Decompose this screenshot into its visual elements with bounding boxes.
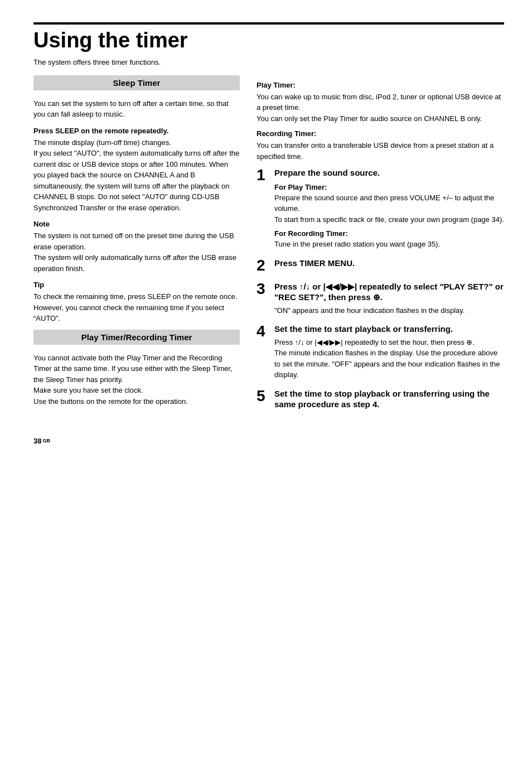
- step-1-sub2-body: Tune in the preset radio station you wan…: [274, 239, 504, 250]
- step-2: 2 Press TIMER MENU.: [257, 258, 504, 273]
- step-2-content: Press TIMER MENU.: [274, 258, 504, 271]
- sleep-timer-heading: Sleep Timer: [33, 75, 240, 90]
- play-timer-body: You can wake up to music from disc, iPod…: [257, 91, 504, 124]
- footer-locale: GB: [42, 438, 50, 443]
- step-3-body: "ON" appears and the hour indication fla…: [274, 305, 504, 316]
- recording-timer-title: Recording Timer:: [257, 129, 504, 138]
- two-column-layout: Sleep Timer You can set the system to tu…: [33, 75, 504, 420]
- sleep-timer-intro: You can set the system to turn off after…: [33, 98, 240, 120]
- sleep-timer-subsection-title: Press SLEEP on the remote repeatedly.: [33, 127, 240, 135]
- tip-body: To check the remaining time, press SLEEP…: [33, 291, 240, 324]
- step-1-content: Prepare the sound source. For Play Timer…: [274, 167, 504, 250]
- page-title: Using the timer: [33, 22, 504, 52]
- page-footer: 38GB: [33, 437, 504, 445]
- step-1-sub1-label: For Play Timer:: [274, 183, 504, 191]
- step-1-title: Prepare the sound source.: [274, 167, 504, 179]
- recording-timer-body: You can transfer onto a transferable USB…: [257, 140, 504, 162]
- step-4-number: 4: [257, 324, 270, 339]
- play-recording-timer-body: You cannot activate both the Play Timer …: [33, 353, 240, 407]
- step-3: 3 Press ↑/↓ or |◀◀/▶▶| repeatedly to sel…: [257, 281, 504, 316]
- step-1-sub1-body: Prepare the sound source and then press …: [274, 192, 504, 225]
- note-body: The system is not turned off on the pres…: [33, 230, 240, 274]
- footer-page-number: 38: [33, 437, 41, 445]
- step-5-content: Set the time to stop playback or transfe…: [274, 388, 504, 412]
- intro-text: The system offers three timer functions.: [33, 58, 504, 66]
- step-1-sub2-label: For Recording Timer:: [274, 229, 504, 238]
- step-3-title: Press ↑/↓ or |◀◀/▶▶| repeatedly to selec…: [274, 281, 504, 303]
- sleep-timer-subsection-body: The minute display (turn-off time) chang…: [33, 137, 240, 214]
- step-5-number: 5: [257, 388, 270, 404]
- play-recording-timer-heading: Play Timer/Recording Timer: [33, 330, 240, 345]
- step-4-content: Set the time to start playback or transf…: [274, 324, 504, 380]
- step-4: 4 Set the time to start playback or tran…: [257, 324, 504, 380]
- step-1-number: 1: [257, 167, 270, 183]
- note-label: Note: [33, 220, 240, 228]
- step-4-body: Press ↑/↓ or |◀◀/▶▶| repeatedly to set t…: [274, 337, 504, 380]
- tip-label: Tip: [33, 281, 240, 289]
- step-2-title: Press TIMER MENU.: [274, 258, 504, 269]
- step-1: 1 Prepare the sound source. For Play Tim…: [257, 167, 504, 250]
- step-5-title: Set the time to stop playback or transfe…: [274, 388, 504, 410]
- step-2-number: 2: [257, 258, 270, 273]
- play-timer-title: Play Timer:: [257, 81, 504, 89]
- page-container: Using the timer The system offers three …: [33, 22, 504, 445]
- step-5: 5 Set the time to stop playback or trans…: [257, 388, 504, 412]
- step-3-number: 3: [257, 281, 270, 297]
- step-4-title: Set the time to start playback or transf…: [274, 324, 504, 335]
- left-column: Sleep Timer You can set the system to tu…: [33, 75, 240, 420]
- right-column: Play Timer: You can wake up to music fro…: [257, 75, 504, 420]
- step-3-content: Press ↑/↓ or |◀◀/▶▶| repeatedly to selec…: [274, 281, 504, 316]
